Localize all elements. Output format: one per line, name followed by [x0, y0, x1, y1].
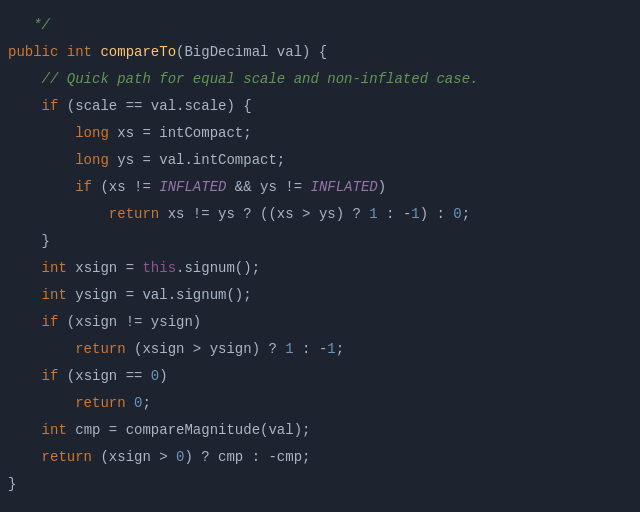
- code-line: long xs = intCompact;: [0, 120, 640, 147]
- code-line: if (xs != INFLATED && ys != INFLATED): [0, 174, 640, 201]
- code-token: if: [42, 309, 59, 336]
- code-token: int: [42, 255, 67, 282]
- code-token: 0: [453, 201, 461, 228]
- code-line: }: [0, 471, 640, 498]
- code-token: 1: [411, 201, 419, 228]
- code-token: xs != ys ? ((xs > ys) ?: [159, 201, 369, 228]
- code-token: [8, 282, 42, 309]
- code-line: return (xsign > 0) ? cmp : -cmp;: [0, 444, 640, 471]
- code-token: ): [159, 363, 167, 390]
- code-token: INFLATED: [159, 174, 226, 201]
- code-token: ;: [142, 390, 150, 417]
- code-token: : -: [294, 336, 328, 363]
- code-token: : -: [378, 201, 412, 228]
- code-line: }: [0, 228, 640, 255]
- code-line: int xsign = this.signum();: [0, 255, 640, 282]
- code-token: [126, 390, 134, 417]
- code-token: 1: [369, 201, 377, 228]
- code-token: if: [75, 174, 92, 201]
- code-token: [8, 309, 42, 336]
- code-line: long ys = val.intCompact;: [0, 147, 640, 174]
- code-token: ys = val.intCompact;: [109, 147, 285, 174]
- code-token: [8, 444, 42, 471]
- code-token: xs = intCompact;: [109, 120, 252, 147]
- code-line: int ysign = val.signum();: [0, 282, 640, 309]
- code-line: // Quick path for equal scale and non-in…: [0, 66, 640, 93]
- code-token: long: [75, 147, 109, 174]
- code-token: .signum();: [176, 255, 260, 282]
- code-line: if (xsign == 0): [0, 363, 640, 390]
- code-token: 1: [285, 336, 293, 363]
- code-token: [8, 390, 75, 417]
- code-token: 0: [134, 390, 142, 417]
- code-token: return: [109, 201, 159, 228]
- code-token: this: [142, 255, 176, 282]
- code-token: INFLATED: [310, 174, 377, 201]
- code-line: return xs != ys ? ((xs > ys) ? 1 : -1) :…: [0, 201, 640, 228]
- code-token: compareTo: [100, 39, 176, 66]
- code-token: 0: [151, 363, 159, 390]
- code-token: }: [8, 228, 50, 255]
- code-token: [8, 120, 75, 147]
- code-token: [8, 336, 75, 363]
- code-token: int: [67, 39, 101, 66]
- code-token: ;: [462, 201, 470, 228]
- code-token: [8, 201, 109, 228]
- code-token: */: [8, 12, 50, 39]
- code-token: (xsign != ysign): [58, 309, 201, 336]
- code-token: (xsign > ysign) ?: [126, 336, 286, 363]
- code-token: if: [42, 93, 59, 120]
- code-line: if (scale == val.scale) {: [0, 93, 640, 120]
- code-line: public int compareTo(BigDecimal val) {: [0, 39, 640, 66]
- code-token: ) :: [420, 201, 454, 228]
- code-token: 1: [327, 336, 335, 363]
- code-token: ): [378, 174, 386, 201]
- code-line: if (xsign != ysign): [0, 309, 640, 336]
- code-token: return: [75, 390, 125, 417]
- code-token: && ys !=: [226, 174, 310, 201]
- code-line: */: [0, 12, 640, 39]
- code-token: 0: [176, 444, 184, 471]
- code-token: [8, 174, 75, 201]
- code-token: if: [42, 363, 59, 390]
- code-token: (xsign ==: [58, 363, 150, 390]
- code-token: [8, 93, 42, 120]
- code-token: ) ? cmp : -cmp;: [184, 444, 310, 471]
- code-token: public: [8, 39, 67, 66]
- code-token: (xsign >: [92, 444, 176, 471]
- code-token: (BigDecimal val) {: [176, 39, 327, 66]
- code-token: (scale == val.scale) {: [58, 93, 251, 120]
- code-token: xsign =: [67, 255, 143, 282]
- code-token: [8, 417, 42, 444]
- code-token: (xs !=: [92, 174, 159, 201]
- code-token: return: [75, 336, 125, 363]
- code-token: [8, 363, 42, 390]
- code-token: }: [8, 471, 16, 498]
- code-line: int cmp = compareMagnitude(val);: [0, 417, 640, 444]
- code-token: cmp = compareMagnitude(val);: [67, 417, 311, 444]
- code-editor: */public int compareTo(BigDecimal val) {…: [0, 8, 640, 502]
- code-token: ysign = val.signum();: [67, 282, 252, 309]
- code-token: [8, 147, 75, 174]
- code-line: return (xsign > ysign) ? 1 : -1;: [0, 336, 640, 363]
- code-token: // Quick path for equal scale and non-in…: [8, 66, 478, 93]
- code-token: return: [42, 444, 92, 471]
- code-token: int: [42, 282, 67, 309]
- code-token: ;: [336, 336, 344, 363]
- code-token: [8, 255, 42, 282]
- code-token: long: [75, 120, 109, 147]
- code-token: int: [42, 417, 67, 444]
- code-line: return 0;: [0, 390, 640, 417]
